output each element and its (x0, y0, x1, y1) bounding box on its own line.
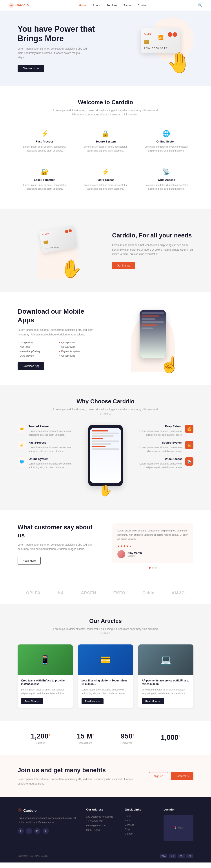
payment-ae-icon: AE (186, 854, 194, 858)
feature-secure-system: 🔒 Secure System Lorem ipsum dolor sit am… (78, 126, 133, 157)
feature-online-system: 🌐 Online System Lorem ipsum dolor sit am… (139, 126, 194, 157)
navbar: Carddio Home About Services Pages Contac… (0, 0, 211, 11)
card-logo: Carddio (144, 33, 152, 35)
why-card-secure: 🔒 Secure System Lorem ipsum dolor sit am… (132, 441, 194, 453)
nav-link-pages[interactable]: Pages (124, 4, 132, 7)
article-title-1: bodr financing platform 8equr raises €5 … (81, 679, 130, 686)
app-feature-3: Qura provide (17, 354, 57, 357)
why-center: ✋ (83, 425, 128, 497)
why-phone-row-2 (92, 433, 119, 434)
join-desc: Lorem ipsum dolor sit amet, consectetur … (17, 777, 136, 786)
feature-desc-0: Lorem ipsum dolor sit amet, consectetur … (22, 145, 68, 153)
features-grid: ⚡ Fast Process Lorem ipsum dolor sit ame… (17, 126, 194, 195)
join-contact-button[interactable]: Contact Us (171, 772, 194, 780)
footer-quick-links-col: Quick Links Home About Services Blog Con… (125, 808, 155, 841)
footer-map: 📍 Map (164, 815, 194, 841)
for-needs-cta-button[interactable]: Get Started (112, 262, 135, 269)
why-choose-title: Why Choose Carddio (17, 398, 194, 405)
download-app-button[interactable]: Download App (17, 362, 44, 370)
footer-link-contact[interactable]: Contact (125, 832, 155, 835)
why-card-online-text: Online System Lorem ipsum dolor sit amet… (29, 457, 79, 469)
feature-desc-2: Lorem ipsum dolor sit amet, consectetur … (143, 145, 189, 153)
why-card-fast-text: Fast Process Lorem ipsum dolor sit amet,… (29, 441, 79, 453)
footer-location-heading: Location (164, 808, 194, 811)
nav-link-services[interactable]: Services (106, 4, 117, 7)
why-trusted-desc: Lorem ipsum dolor sit amet, consectetur … (29, 429, 79, 437)
wifi-icon: 📶 (158, 35, 163, 40)
stats-section: 1,200+ Satisfied 15 M+ Transactions 950+… (0, 721, 211, 755)
mobile-app-title: Download our Mobile Apps (17, 307, 99, 324)
social-twitter-icon[interactable]: t (26, 828, 32, 834)
dot-2[interactable] (152, 567, 154, 569)
testimonial-dots (112, 567, 194, 569)
footer-link-services[interactable]: Services (125, 824, 155, 826)
nav-link-contact[interactable]: Contact (138, 4, 148, 7)
refund-icon: 💰 (185, 425, 194, 433)
reviewer: Amy Martin Designer (117, 550, 188, 558)
social-instagram-icon[interactable]: in (34, 828, 40, 834)
hero-cta-button[interactable]: Discover More (17, 65, 44, 72)
feature-desc-1: Lorem ipsum dolor sit amet, consectetur … (83, 145, 128, 153)
why-secure-title: Secure System (132, 441, 182, 444)
articles-section: Our Articles Lorem ipsum dolor sit amet,… (0, 604, 211, 721)
brand-ai3o: AI&3O (172, 591, 185, 595)
payment-pp-icon: PP (178, 854, 185, 858)
article-img-2: 💻 (138, 645, 194, 675)
why-card-fast: ⚡ Fast Process Lorem ipsum dolor sit ame… (17, 441, 79, 453)
social-linkedin-icon[interactable]: li (43, 828, 49, 834)
article-read-button-2[interactable]: Read More → (142, 698, 164, 704)
dot-3[interactable] (155, 567, 157, 569)
online-icon: 🌐 (17, 457, 26, 466)
footer-link-about[interactable]: About (125, 819, 155, 822)
feature-fast-process: ⚡ Fast Process Lorem ipsum dolor sit ame… (17, 126, 72, 157)
testimonial-stars: ★★★★★ (117, 545, 188, 548)
hand-holding-card-icon: 🤚 (167, 53, 191, 72)
why-trusted-title: Trusted Partner (29, 425, 79, 428)
why-card-refund-text: Easy Refund Lorem ipsum dolor sit amet, … (132, 425, 182, 437)
why-phone-row-1 (92, 430, 108, 431)
footer-link-home[interactable]: Home (125, 815, 155, 817)
footer-link-blog[interactable]: Blog (125, 828, 155, 831)
hero-section: You have Power that Brings More Lorem ip… (0, 11, 211, 86)
article-img-icon-1: 💳 (100, 655, 111, 665)
feature-icon-5: 📡 (143, 168, 189, 176)
nav-logo-icon (9, 3, 14, 8)
join-section: Join us and get many benefits Lorem ipsu… (0, 755, 211, 797)
why-choose-section: Why Choose Carddio Lorem ipsum dolor sit… (0, 385, 211, 510)
join-signup-button[interactable]: Sign up (149, 772, 168, 780)
hero-text: You have Power that Brings More Lorem ip… (17, 24, 106, 72)
why-phone-row-6 (92, 443, 111, 445)
nav-logo[interactable]: Carddio (9, 3, 29, 8)
footer-logo-icon (17, 808, 22, 813)
screen-row-6 (142, 328, 153, 329)
article-read-button-1[interactable]: Read More → (81, 698, 104, 704)
why-fast-title: Fast Process (29, 441, 79, 444)
footer-address-heading: Our Address (86, 808, 116, 811)
feature-title-3: Lock Protection (22, 178, 68, 182)
why-phone-row-7 (92, 446, 106, 447)
article-read-button-0[interactable]: Read More → (21, 698, 43, 704)
dot-1[interactable] (149, 567, 150, 569)
search-icon[interactable]: 🔍 (198, 3, 202, 7)
nav-link-about[interactable]: About (93, 4, 100, 7)
articles-title: Our Articles (17, 618, 194, 624)
app-feature-4: Qura provide (59, 341, 99, 344)
join-buttons: Sign up Contact Us (149, 772, 194, 780)
nav-link-home[interactable]: Home (79, 4, 86, 7)
social-facebook-icon[interactable]: f (17, 828, 24, 834)
stat-3: 1,000+ (161, 734, 180, 743)
why-phone-screen (90, 428, 121, 483)
stat-label-1: Transactions (77, 742, 94, 744)
screen-row-2 (142, 315, 160, 317)
footer-quick-links-heading: Quick Links (125, 808, 155, 811)
article-content-1: bodr financing platform 8equr raises €5 … (78, 675, 133, 708)
brand-oplex: OPLEX (26, 591, 41, 595)
app-feature-7: Qura provide (59, 354, 99, 357)
why-right-column: 💰 Easy Refund Lorem ipsum dolor sit amet… (132, 425, 194, 469)
article-title-0: Qred teams with Enfuce to provide instan… (21, 679, 69, 686)
testimonial-read-more-button[interactable]: Read More (17, 557, 41, 565)
footer-social: f t in li (17, 828, 77, 834)
article-desc-2: Lorem ipsum dolor sit amet, consectetur … (142, 688, 190, 695)
for-needs-desc: Lorem ipsum dolor sit amet, consectetur … (112, 243, 194, 256)
card-brand-icon: ⬤⬤ (168, 31, 177, 37)
